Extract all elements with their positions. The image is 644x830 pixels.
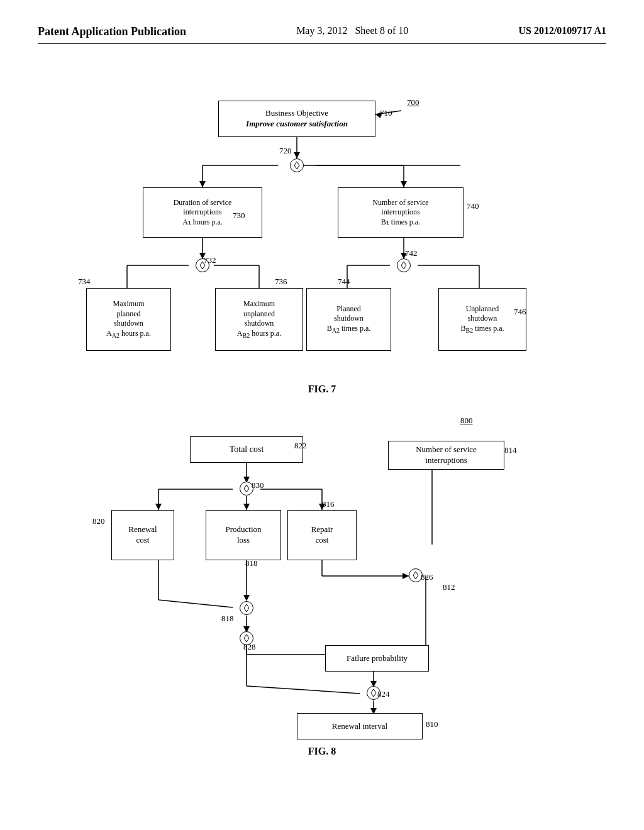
ref-810: 810 <box>426 719 438 729</box>
publication-title: Patent Application Publication <box>38 25 186 38</box>
ref-700: 700 <box>407 97 419 108</box>
ref-740: 740 <box>467 201 479 211</box>
page-header: Patent Application Publication May 3, 20… <box>38 25 606 44</box>
fig7-unplanned-box: Unplanned shutdown BB2 times p.a. <box>438 288 526 351</box>
svg-marker-36 <box>402 573 409 579</box>
fig8-renewalinterval-box: Renewal interval <box>297 713 423 739</box>
ref-732: 732 <box>204 255 216 265</box>
ref-710: 710 <box>380 108 392 118</box>
fig7-planned-box: Planned shutdown BA2 times p.a. <box>306 288 391 351</box>
svg-line-52 <box>247 686 360 694</box>
svg-marker-17 <box>199 181 206 187</box>
ref-736: 736 <box>275 277 287 287</box>
ref-814: 814 <box>504 445 517 455</box>
svg-marker-38 <box>243 595 250 601</box>
ref-746: 746 <box>514 307 526 317</box>
ref-730: 730 <box>233 211 245 221</box>
ref-816: 816 <box>322 499 335 509</box>
date-sheet: May 3, 2012 Sheet 8 of 10 <box>296 25 408 36</box>
svg-line-40 <box>158 600 233 607</box>
fig8-renewal-box: Renewal cost <box>111 510 174 560</box>
ref-824: 824 <box>377 689 390 699</box>
ref-734: 734 <box>78 277 91 287</box>
svg-marker-27 <box>155 504 162 510</box>
fig7-numservice-box: Number of service interruptions B₁ times… <box>338 187 464 238</box>
patent-number: US 2012/0109717 A1 <box>518 25 606 36</box>
fig8-area: 800 Total cost 822 Number of service int… <box>38 406 606 757</box>
ref-826: 826 <box>421 572 433 582</box>
ref-720: 720 <box>279 146 292 156</box>
page: Patent Application Publication May 3, 20… <box>0 0 644 830</box>
ref-828: 828 <box>243 642 256 652</box>
fig8-failureprob-box: Failure probability <box>325 645 429 672</box>
fig7-maxunplanned-box: Maximum unplanned shutdown AB2 hours p.a… <box>215 288 303 351</box>
ref-818b: 818 <box>221 614 234 624</box>
fig7-label: FIG. 7 <box>38 384 606 395</box>
ref-800: 800 <box>460 416 473 426</box>
ref-742: 742 <box>405 248 418 258</box>
circle-818 <box>240 601 253 615</box>
fig8-label: FIG. 8 <box>38 746 606 757</box>
svg-marker-18 <box>401 181 407 187</box>
circle-742 <box>397 258 411 272</box>
ref-744: 744 <box>338 277 350 287</box>
ref-830: 830 <box>252 480 264 490</box>
ref-812: 812 <box>443 582 455 592</box>
fig8-totalcost-box: Total cost <box>190 436 303 463</box>
ref-822: 822 <box>294 441 307 451</box>
ref-818: 818 <box>245 558 258 568</box>
fig7-diagram: Business Objective Improve customer sati… <box>52 63 592 377</box>
fig8-lines <box>52 406 592 739</box>
svg-marker-29 <box>243 504 250 510</box>
fig7-top-box: Business Objective Improve customer sati… <box>218 101 375 137</box>
svg-marker-16 <box>294 152 300 158</box>
fig8-diagram: 800 Total cost 822 Number of service int… <box>52 406 592 739</box>
ref-820: 820 <box>92 516 105 526</box>
fig8-repair-box: Repair cost <box>287 510 357 560</box>
circle-720 <box>290 158 304 172</box>
fig7-maxplanned-box: Maximum planned shutdown AA2 hours p.a. <box>86 288 171 351</box>
fig7-area: Business Objective Improve customer sati… <box>38 63 606 395</box>
fig8-productionloss-box: Production loss <box>206 510 281 560</box>
fig8-numservice-box: Number of service interruptions <box>388 441 504 470</box>
